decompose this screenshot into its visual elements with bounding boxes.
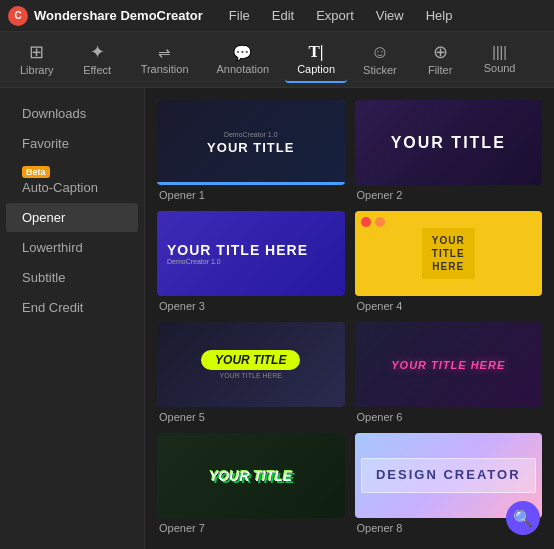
menu-items: File Edit Export View Help — [219, 4, 463, 27]
content-area: DemoCreator 1.0 YOUR TITLE Opener 1 YOUR… — [145, 88, 554, 546]
sidebar-lowerthird-label: Lowerthird — [22, 240, 83, 255]
menu-bar: C Wondershare DemoCreator File Edit Expo… — [0, 0, 554, 32]
menu-view[interactable]: View — [366, 4, 414, 27]
toolbar-filter[interactable]: ⊕ Filter — [413, 37, 468, 82]
opener-3-item[interactable]: YOUR TITLE HERE DemoCreator 1.0 Opener 3 — [157, 211, 345, 312]
effect-icon: ✦ — [90, 43, 105, 61]
opener4-title: YOURTITLEHERE — [432, 234, 465, 273]
opener-5-item[interactable]: YOUR TITLE YOUR TITLE HERE Opener 5 — [157, 322, 345, 423]
menu-edit[interactable]: Edit — [262, 4, 304, 27]
toolbar-effect-label: Effect — [83, 64, 111, 76]
opener-7-thumb: YOUR TITLE — [157, 433, 345, 518]
menu-help[interactable]: Help — [416, 4, 463, 27]
opener-1-thumb: DemoCreator 1.0 YOUR TITLE — [157, 100, 345, 185]
toolbar-effect[interactable]: ✦ Effect — [70, 37, 125, 82]
sidebar-downloads-label: Downloads — [22, 106, 86, 121]
opener-7-label: Opener 7 — [157, 522, 345, 534]
toolbar-library[interactable]: ⊞ Library — [8, 37, 66, 82]
sidebar-auto-caption-label: Auto-Caption — [22, 180, 98, 195]
toolbar-caption-label: Caption — [297, 63, 335, 75]
opener-1-item[interactable]: DemoCreator 1.0 YOUR TITLE Opener 1 — [157, 100, 345, 201]
toolbar-caption[interactable]: T| Caption — [285, 37, 347, 83]
opener-2-item[interactable]: YOUR TITLE Opener 2 — [355, 100, 543, 201]
opener-2-label: Opener 2 — [355, 189, 543, 201]
menu-export[interactable]: Export — [306, 4, 364, 27]
opener3-sub: DemoCreator 1.0 — [167, 258, 221, 265]
opener-6-label: Opener 6 — [355, 411, 543, 423]
opener7-title: YOUR TITLE — [209, 468, 292, 484]
search-button[interactable]: 🔍 — [506, 501, 540, 535]
opener-4-thumb: YOURTITLEHERE — [355, 211, 543, 296]
beta-badge: Beta — [22, 166, 50, 178]
toolbar-annotation[interactable]: 💬 Annotation — [205, 39, 282, 81]
filter-icon: ⊕ — [433, 43, 448, 61]
sidebar-favorite-label: Favorite — [22, 136, 69, 151]
menu-file[interactable]: File — [219, 4, 260, 27]
toolbar-sound[interactable]: |||| Sound — [472, 39, 528, 80]
opener8-title: DESIGN CREATOR — [376, 467, 521, 484]
toolbar-library-label: Library — [20, 64, 54, 76]
opener-5-label: Opener 5 — [157, 411, 345, 423]
opener-grid: DemoCreator 1.0 YOUR TITLE Opener 1 YOUR… — [157, 100, 542, 534]
opener-3-thumb: YOUR TITLE HERE DemoCreator 1.0 — [157, 211, 345, 296]
sidebar: Downloads Favorite Beta Auto-Caption Ope… — [0, 88, 145, 549]
opener5-title: YOUR TITLE — [201, 350, 300, 370]
opener-4-item[interactable]: YOURTITLEHERE Opener 4 — [355, 211, 543, 312]
toolbar: ⊞ Library ✦ Effect ⇌ Transition 💬 Annota… — [0, 32, 554, 88]
sidebar-item-downloads[interactable]: Downloads — [6, 99, 138, 128]
opener6-title: YOUR TITLE HERE — [391, 359, 505, 371]
library-icon: ⊞ — [29, 43, 44, 61]
opener1-title: YOUR TITLE — [207, 140, 294, 155]
opener-5-thumb: YOUR TITLE YOUR TITLE HERE — [157, 322, 345, 407]
opener3-title: YOUR TITLE HERE — [167, 242, 308, 258]
opener-4-label: Opener 4 — [355, 300, 543, 312]
toolbar-annotation-label: Annotation — [217, 63, 270, 75]
sidebar-item-opener[interactable]: Opener — [6, 203, 138, 232]
app-logo: C Wondershare DemoCreator — [8, 6, 203, 26]
opener-3-label: Opener 3 — [157, 300, 345, 312]
opener-6-item[interactable]: YOUR TITLE HERE Opener 6 — [355, 322, 543, 423]
toolbar-sticker-label: Sticker — [363, 64, 397, 76]
app-logo-icon: C — [8, 6, 28, 26]
caption-icon: T| — [309, 43, 324, 60]
opener4-dot1 — [361, 217, 371, 227]
opener1-bar — [157, 182, 345, 185]
toolbar-filter-label: Filter — [428, 64, 452, 76]
opener-2-thumb: YOUR TITLE — [355, 100, 543, 185]
search-icon: 🔍 — [513, 509, 533, 528]
sidebar-subtitle-label: Subtitle — [22, 270, 65, 285]
opener4-dot2 — [375, 217, 385, 227]
opener-6-thumb: YOUR TITLE HERE — [355, 322, 543, 407]
sidebar-item-subtitle[interactable]: Subtitle — [6, 263, 138, 292]
sidebar-end-credit-label: End Credit — [22, 300, 83, 315]
toolbar-sound-label: Sound — [484, 62, 516, 74]
toolbar-transition[interactable]: ⇌ Transition — [129, 39, 201, 81]
sidebar-item-favorite[interactable]: Favorite — [6, 129, 138, 158]
app-name: Wondershare DemoCreator — [34, 8, 203, 23]
opener-7-item[interactable]: YOUR TITLE Opener 7 — [157, 433, 345, 534]
sound-icon: |||| — [492, 45, 507, 59]
opener-1-label: Opener 1 — [157, 189, 345, 201]
sidebar-item-lowerthird[interactable]: Lowerthird — [6, 233, 138, 262]
sidebar-item-auto-caption[interactable]: Beta Auto-Caption — [6, 159, 138, 202]
opener1-app-label: DemoCreator 1.0 — [224, 131, 278, 138]
transition-icon: ⇌ — [158, 45, 171, 60]
sticker-icon: ☺ — [371, 43, 389, 61]
annotation-icon: 💬 — [233, 45, 252, 60]
opener2-title: YOUR TITLE — [391, 134, 506, 152]
toolbar-sticker[interactable]: ☺ Sticker — [351, 37, 409, 82]
main-area: Downloads Favorite Beta Auto-Caption Ope… — [0, 88, 554, 549]
sidebar-opener-label: Opener — [22, 210, 65, 225]
toolbar-transition-label: Transition — [141, 63, 189, 75]
sidebar-item-end-credit[interactable]: End Credit — [6, 293, 138, 322]
opener5-sub: YOUR TITLE HERE — [220, 372, 283, 379]
